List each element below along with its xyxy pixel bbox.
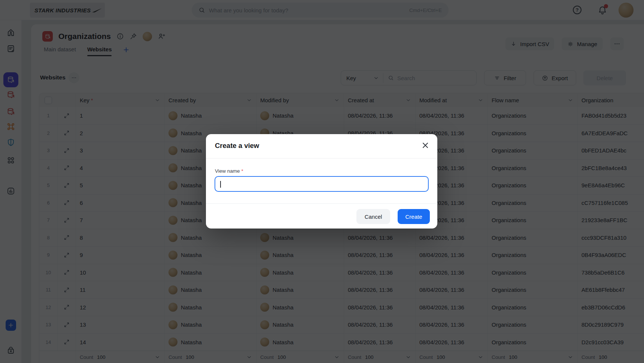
view-name-input[interactable] [215,177,428,191]
required-asterisk: * [242,168,243,174]
create-view-modal: Create a view View name* Cancel Create [206,134,437,229]
text-caret [220,181,221,188]
create-button[interactable]: Create [398,209,430,224]
cancel-button[interactable]: Cancel [356,209,390,224]
close-icon[interactable] [421,141,430,150]
view-name-field-wrap [215,176,429,192]
view-name-label: View name* [215,168,243,174]
divider [206,203,437,204]
divider [206,158,437,158]
modal-title: Create a view [215,142,259,150]
